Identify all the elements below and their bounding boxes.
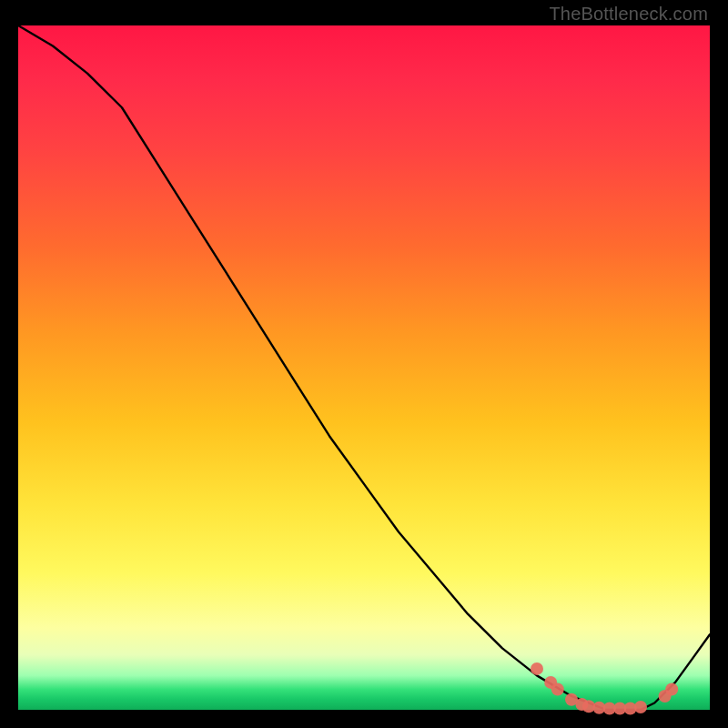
plot-area <box>18 25 710 710</box>
data-markers <box>531 662 678 715</box>
data-marker <box>531 662 543 675</box>
curve-layer <box>18 25 710 710</box>
watermark-text: TheBottleneck.com <box>549 4 708 25</box>
data-marker <box>665 682 678 695</box>
bottleneck-curve <box>18 25 710 710</box>
data-marker <box>634 701 647 713</box>
chart-frame: TheBottleneck.com <box>0 0 728 728</box>
data-marker <box>551 682 564 695</box>
